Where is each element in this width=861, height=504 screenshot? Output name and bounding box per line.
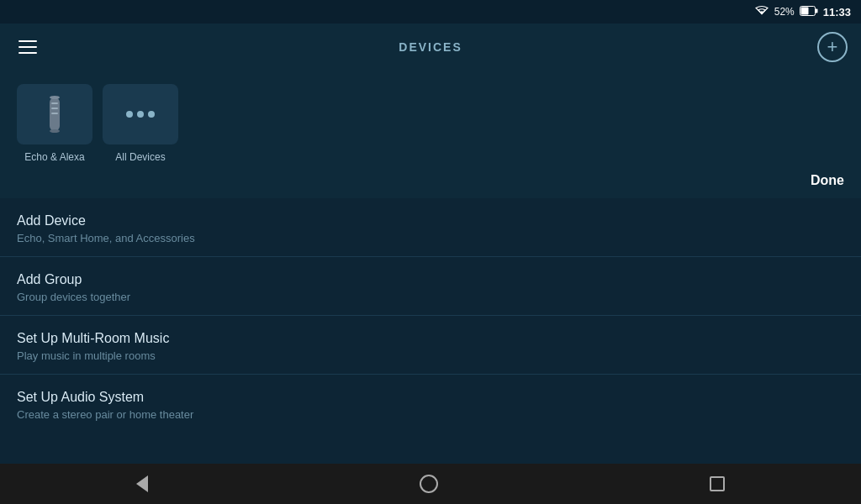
menu-item-audio-subtitle: Create a stereo pair or home theater: [17, 408, 844, 421]
menu-item-multiroom-subtitle: Play music in multiple rooms: [17, 349, 844, 362]
nav-bar: [0, 464, 861, 504]
wifi-icon: [754, 4, 769, 19]
device-card-box-all: [103, 84, 178, 144]
nav-home-icon: [420, 475, 438, 493]
battery-percent: 52%: [774, 6, 795, 18]
done-area: Done: [0, 163, 861, 198]
device-card-echo-alexa[interactable]: Echo & Alexa: [17, 84, 92, 163]
device-label-all: All Devices: [115, 151, 165, 163]
device-grid: Echo & Alexa All Devices: [17, 84, 844, 163]
menu-item-add-group-title: Add Group: [17, 272, 844, 287]
device-card-box-echo: [17, 84, 92, 144]
svg-point-8: [50, 129, 60, 133]
menu-item-add-device-title: Add Device: [17, 213, 844, 228]
menu-list: Add Device Echo, Smart Home, and Accesso…: [0, 198, 861, 464]
menu-item-audio-title: Set Up Audio System: [17, 390, 844, 405]
devices-area: Echo & Alexa All Devices: [0, 71, 861, 163]
menu-item-add-device[interactable]: Add Device Echo, Smart Home, and Accesso…: [0, 198, 861, 257]
menu-item-multiroom-title: Set Up Multi-Room Music: [17, 331, 844, 346]
svg-rect-5: [51, 108, 58, 109]
nav-recent-button[interactable]: [689, 470, 745, 498]
nav-home-button[interactable]: [399, 468, 458, 500]
svg-rect-1: [815, 9, 817, 13]
device-card-all-devices[interactable]: All Devices: [103, 84, 178, 163]
status-time: 11:33: [823, 6, 851, 18]
svg-point-7: [50, 96, 60, 99]
svg-rect-2: [800, 8, 808, 15]
nav-back-icon: [136, 475, 148, 492]
battery-icon: [800, 4, 818, 19]
plus-icon: +: [827, 36, 838, 58]
status-bar: 52% 11:33: [0, 0, 861, 24]
add-button[interactable]: +: [817, 32, 848, 62]
svg-rect-6: [51, 113, 58, 114]
menu-item-audio-system[interactable]: Set Up Audio System Create a stereo pair…: [0, 375, 861, 433]
nav-recent-icon: [710, 476, 725, 491]
done-button[interactable]: Done: [811, 173, 844, 188]
nav-back-button[interactable]: [116, 469, 168, 499]
status-icons: 52% 11:33: [754, 4, 851, 19]
hamburger-menu-button[interactable]: [13, 35, 42, 59]
menu-item-add-group-subtitle: Group devices together: [17, 291, 844, 303]
all-devices-dots-icon: [126, 111, 155, 118]
menu-item-add-device-subtitle: Echo, Smart Home, and Accessories: [17, 232, 844, 244]
menu-item-multiroom[interactable]: Set Up Multi-Room Music Play music in mu…: [0, 316, 861, 375]
device-label-echo: Echo & Alexa: [24, 151, 84, 163]
page-title: DEVICES: [399, 40, 462, 54]
header: DEVICES +: [0, 24, 861, 71]
svg-rect-4: [51, 102, 58, 104]
echo-device-icon: [43, 96, 66, 133]
menu-item-add-group[interactable]: Add Group Group devices together: [0, 257, 861, 316]
